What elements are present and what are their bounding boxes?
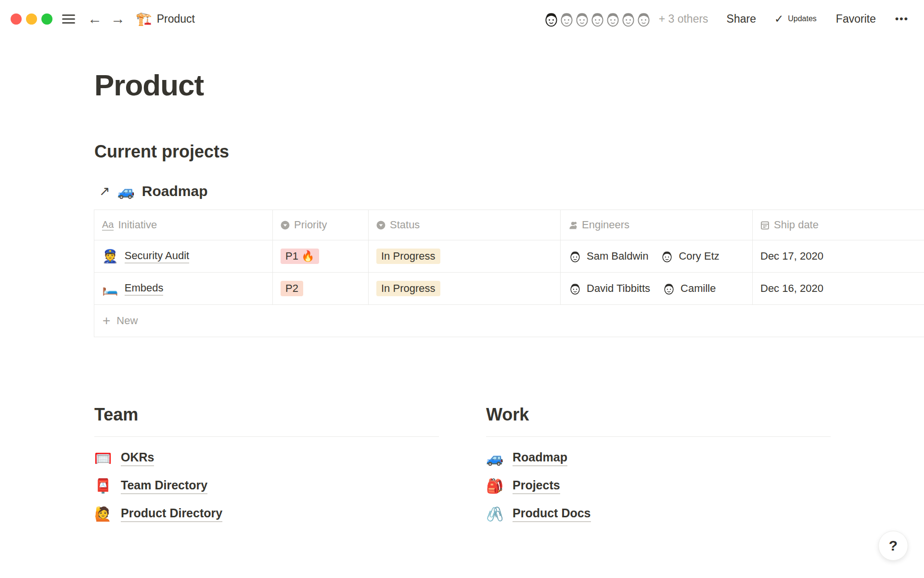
close-window-button[interactable] — [11, 13, 22, 25]
initiative-link[interactable]: Security Audit — [125, 250, 190, 263]
column-label: Engineers — [582, 219, 629, 231]
team-section: Team 🥅 OKRs 📮 Team Directory 🙋 Product D… — [94, 405, 439, 534]
back-arrow-icon[interactable]: ← — [88, 12, 102, 26]
column-header-engineers[interactable]: Engineers — [561, 210, 753, 240]
zoom-window-button[interactable] — [41, 13, 52, 25]
select-property-icon — [281, 221, 290, 230]
northeast-arrow-icon: ↗ — [99, 184, 110, 199]
column-label: Initiative — [118, 219, 157, 231]
link-label: Product Docs — [513, 506, 591, 522]
engineer-avatar — [660, 250, 674, 263]
engineers-cell[interactable]: David Tibbitts Camille — [561, 273, 753, 304]
column-header-priority[interactable]: Priority — [273, 210, 369, 240]
engineer-name: David Tibbitts — [587, 282, 650, 295]
engineer-avatar — [568, 250, 582, 263]
page-content: Product Current projects ↗ 🚙 Roadmap Aa … — [0, 38, 924, 534]
share-button[interactable]: Share — [727, 13, 756, 26]
goal-net-emoji: 🥅 — [94, 451, 113, 465]
page-title[interactable]: Product — [94, 67, 924, 103]
collaborator-avatars — [542, 10, 653, 28]
status-cell[interactable]: In Progress — [369, 240, 561, 272]
column-label: Status — [390, 219, 420, 231]
updates-label: Updates — [788, 14, 817, 23]
current-projects-heading: Current projects — [94, 142, 924, 162]
product-directory-page-link[interactable]: 🙋 Product Directory — [94, 506, 222, 522]
minimize-window-button[interactable] — [26, 13, 37, 25]
traffic-lights — [11, 13, 52, 25]
roadmap-link-label: Roadmap — [142, 183, 208, 199]
page-crane-emoji: 🏗️ — [136, 13, 152, 26]
divider — [94, 436, 439, 437]
more-collaborators-label[interactable]: + 3 others — [659, 13, 708, 26]
engineer-avatar — [662, 282, 676, 295]
divider — [486, 436, 831, 437]
column-header-initiative[interactable]: Aa Initiative — [94, 210, 273, 240]
link-label: Product Directory — [121, 506, 222, 522]
car-emoji: 🚙 — [486, 451, 504, 465]
plus-icon: + — [103, 314, 110, 328]
ship-date-cell[interactable]: Dec 16, 2020 — [753, 273, 924, 304]
roadmap-page-link[interactable]: 🚙 Roadmap — [486, 450, 567, 466]
table-row: 👮 Security Audit P1 🔥 In Progress Sam Ba… — [94, 240, 924, 273]
breadcrumb-page-title: Product — [157, 13, 195, 26]
car-emoji: 🚙 — [117, 184, 135, 198]
postbox-emoji: 📮 — [94, 479, 113, 493]
work-section: Work 🚙 Roadmap 🎒 Projects 🖇️ Product Doc… — [486, 405, 831, 534]
status-badge: In Progress — [376, 281, 440, 296]
team-heading: Team — [94, 405, 439, 425]
ship-date-value: Dec 17, 2020 — [760, 250, 823, 263]
text-property-icon: Aa — [102, 219, 114, 231]
team-directory-page-link[interactable]: 📮 Team Directory — [94, 478, 207, 494]
favorite-button[interactable]: Favorite — [836, 13, 876, 26]
collaborator-avatar[interactable] — [634, 10, 653, 28]
raising-hand-emoji: 🙋 — [94, 507, 113, 521]
table-row: 🛏️ Embeds P2 In Progress David Tibbitts … — [94, 273, 924, 305]
status-cell[interactable]: In Progress — [369, 273, 561, 304]
column-label: Ship date — [774, 219, 819, 231]
priority-cell[interactable]: P1 🔥 — [273, 240, 369, 272]
question-mark-icon: ? — [889, 538, 898, 554]
priority-cell[interactable]: P2 — [273, 273, 369, 304]
engineer-avatar — [568, 282, 582, 295]
engineer-name: Cory Etz — [679, 250, 719, 263]
column-header-status[interactable]: Status — [369, 210, 561, 240]
link-label: Projects — [513, 478, 560, 494]
engineer-name: Camille — [680, 282, 716, 295]
link-label: Roadmap — [513, 450, 567, 466]
window-titlebar: ← → 🏗️ Product + 3 others Share ✓ Update… — [0, 0, 924, 38]
help-button[interactable]: ? — [878, 531, 908, 561]
projects-table: Aa Initiative Priority Status Engineers … — [94, 210, 924, 337]
priority-badge: P1 🔥 — [281, 249, 319, 264]
more-options-icon[interactable]: ••• — [895, 13, 909, 25]
link-label: Team Directory — [121, 478, 207, 494]
select-property-icon — [376, 221, 385, 230]
bed-emoji: 🛏️ — [102, 282, 118, 295]
paperclips-emoji: 🖇️ — [486, 507, 504, 521]
backpack-emoji: 🎒 — [486, 479, 504, 493]
sidebar-menu-icon[interactable] — [62, 14, 75, 24]
calendar-property-icon — [760, 221, 770, 230]
engineer-name: Sam Baldwin — [587, 250, 648, 263]
table-header-row: Aa Initiative Priority Status Engineers … — [94, 210, 924, 240]
initiative-cell[interactable]: 🛏️ Embeds — [94, 273, 273, 304]
updates-button[interactable]: ✓ Updates — [774, 13, 817, 26]
roadmap-page-link[interactable]: ↗ 🚙 Roadmap — [99, 183, 208, 199]
initiative-link[interactable]: Embeds — [125, 282, 164, 296]
okrs-page-link[interactable]: 🥅 OKRs — [94, 450, 154, 466]
new-row-button[interactable]: + New — [94, 305, 924, 337]
breadcrumb[interactable]: 🏗️ Product — [136, 13, 195, 26]
status-badge: In Progress — [376, 249, 440, 264]
initiative-cell[interactable]: 👮 Security Audit — [94, 240, 273, 272]
ship-date-cell[interactable]: Dec 17, 2020 — [753, 240, 924, 272]
link-label: OKRs — [121, 450, 154, 466]
product-docs-page-link[interactable]: 🖇️ Product Docs — [486, 506, 591, 522]
forward-arrow-icon[interactable]: → — [111, 12, 125, 26]
column-label: Priority — [294, 219, 327, 231]
check-icon: ✓ — [774, 13, 783, 26]
person-property-icon — [568, 221, 578, 230]
police-officer-emoji: 👮 — [102, 250, 118, 263]
projects-page-link[interactable]: 🎒 Projects — [486, 478, 560, 494]
priority-badge: P2 — [281, 281, 303, 296]
engineers-cell[interactable]: Sam Baldwin Cory Etz — [561, 240, 753, 272]
column-header-ship-date[interactable]: Ship date — [753, 210, 924, 240]
